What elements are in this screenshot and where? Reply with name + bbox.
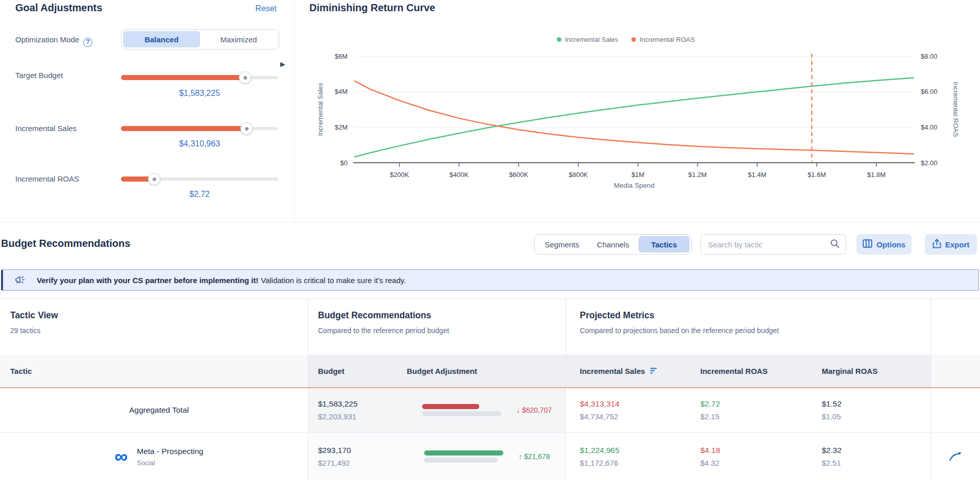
arrow-down-icon: ↓ (517, 406, 520, 414)
toggle-option-balanced[interactable]: Balanced (123, 31, 200, 47)
incremental-roas-slider[interactable] (121, 173, 278, 185)
table-group-header: Tactic View 29 tactics Budget Recommenda… (0, 299, 980, 355)
column-header-incremental-roas[interactable]: Incremental ROAS (692, 355, 812, 387)
target-budget-value: $1,583,225 (121, 89, 278, 98)
sort-descending-icon[interactable] (650, 367, 658, 374)
budget-recommendations-title: Budget Recommendations (1, 238, 130, 249)
incremental-sales-slider[interactable] (121, 123, 278, 134)
actions-cell (930, 433, 980, 480)
page: Goal Adjustments Reset Optimization Mode… (0, 0, 980, 480)
megaphone-icon (14, 275, 26, 285)
svg-text:Media Spend: Media Spend (614, 182, 655, 189)
reset-link[interactable]: Reset (255, 4, 277, 13)
svg-text:$4.00: $4.00 (921, 123, 938, 131)
actions-cell (930, 388, 980, 432)
goal-adjustments-title: Goal Adjustments (15, 2, 102, 14)
tactic-name: Aggregated Total (129, 406, 189, 415)
svg-text:$4M: $4M (335, 88, 348, 95)
tactic-channel: Social (137, 459, 203, 467)
tactic-cell: Aggregated Total (0, 388, 308, 432)
slider-fill (121, 126, 247, 131)
tab-tactics[interactable]: Tactics (639, 236, 690, 252)
recommended-budget-bar (424, 450, 503, 456)
svg-text:$2M: $2M (335, 123, 348, 131)
tactic-name: Meta - Prospecting (137, 447, 203, 456)
adjustment-value: ↑ $21,678 (519, 452, 550, 461)
help-icon[interactable]: ? (83, 38, 92, 47)
column-header-actions (930, 355, 980, 387)
recommendations-table: Tactic View 29 tactics Budget Recommenda… (0, 298, 980, 480)
validation-banner: Verify your plan with your CS partner be… (1, 269, 979, 291)
arrow-up-icon: ↑ (519, 452, 522, 461)
goal-adjustments-panel: Goal Adjustments Reset Optimization Mode… (0, 0, 295, 222)
budget-adjustment-cell: ↑ $21,678 (398, 433, 566, 480)
tactic-cell: ∞ Meta - Prospecting Social (0, 433, 308, 480)
column-header-budget-adjustment[interactable]: Budget Adjustment (398, 355, 566, 387)
incremental-roas-cell: $2.72 $2.15 (692, 388, 812, 432)
column-header-incremental-sales[interactable]: Incremental Sales (566, 355, 692, 387)
top-section: Goal Adjustments Reset Optimization Mode… (0, 0, 980, 222)
svg-text:$1.8M: $1.8M (867, 171, 886, 179)
svg-text:$1.4M: $1.4M (748, 171, 766, 179)
reference-budget-bar (424, 458, 498, 463)
export-icon (933, 239, 941, 250)
view-curve-icon[interactable] (948, 450, 963, 463)
budget-adjustment-cell: ↓ $620,707 (398, 388, 566, 432)
group-budget-recommendations: Budget Recommendations Compared to the r… (308, 299, 566, 355)
svg-text:$2.00: $2.00 (921, 159, 938, 167)
budget-cell: $293,170 $271,492 (308, 433, 398, 480)
svg-text:$200K: $200K (390, 171, 409, 179)
slider-fill (121, 75, 245, 80)
column-header-tactic[interactable]: Tactic (0, 355, 308, 387)
incremental-sales-cell: $1,224,965 $1,172,676 (566, 433, 692, 480)
columns-icon (863, 239, 872, 249)
target-budget-label: Target Budget (15, 70, 63, 81)
group-projected-metrics: Projected Metrics Compared to projection… (566, 299, 930, 355)
group-tactic-view: Tactic View 29 tactics (0, 299, 308, 355)
incremental-roas-label: Incremental ROAS (15, 173, 79, 185)
incremental-sales-cell: $4,313,314 $4,734,752 (566, 388, 692, 432)
svg-text:$6M: $6M (335, 53, 348, 60)
target-budget-slider[interactable] (121, 72, 278, 83)
marginal-roas-cell: $2.32 $2.51 (812, 433, 930, 480)
reference-budget-bar (422, 411, 501, 416)
diminishing-return-curve-chart: $200K$400K$600K$800K$1M$1.2M$1.4M$1.6M$1… (295, 0, 980, 204)
svg-text:$8.00: $8.00 (921, 53, 938, 60)
table-row-aggregated-total[interactable]: Aggregated Total $1,583,225 $2,203,931 ↓… (0, 387, 980, 432)
slider-handle[interactable] (148, 173, 160, 185)
incremental-sales-label: Incremental Sales (15, 123, 77, 134)
tab-channels[interactable]: Channels (587, 236, 639, 252)
incremental-roas-cell: $4.18 $4.32 (692, 433, 812, 480)
banner-text: Verify your plan with your CS partner be… (37, 276, 406, 285)
optimization-mode-label: Optimization Mode? (15, 34, 92, 47)
svg-text:$6.00: $6.00 (921, 88, 938, 95)
svg-text:$800K: $800K (569, 171, 588, 179)
collapse-panel-icon[interactable]: ▶ (280, 60, 285, 68)
search-box (700, 234, 846, 255)
search-icon[interactable] (830, 239, 840, 250)
adjustment-value: ↓ $620,707 (517, 406, 552, 414)
incremental-sales-value: $4,310,963 (121, 139, 278, 148)
table-row-meta-prospecting[interactable]: ∞ Meta - Prospecting Social $293,170 $27… (0, 432, 980, 480)
meta-logo-icon: ∞ (115, 449, 128, 464)
options-button[interactable]: Options (856, 234, 912, 255)
view-toggle: Segments Channels Tactics (534, 234, 692, 255)
budget-comparison-bars (424, 450, 503, 463)
budget-comparison-bars (422, 404, 501, 416)
search-input[interactable] (701, 240, 830, 249)
svg-text:Incremental ROAS: Incremental ROAS (952, 82, 960, 137)
column-header-marginal-roas[interactable]: Marginal ROAS (812, 355, 930, 387)
column-header-budget[interactable]: Budget (308, 355, 398, 387)
recommended-budget-bar (422, 404, 479, 409)
toggle-option-maximized[interactable]: Maximized (200, 31, 277, 47)
optimization-mode-toggle: Balanced Maximized (121, 29, 279, 49)
diminishing-return-chart-panel: Diminishing Return Curve Incremental Sal… (295, 0, 980, 222)
svg-text:Incremental Sales: Incremental Sales (316, 83, 324, 136)
tab-segments[interactable]: Segments (536, 236, 587, 252)
export-button[interactable]: Export (925, 234, 977, 255)
slider-handle[interactable] (239, 71, 251, 84)
table-column-header: Tactic Budget Budget Adjustment Incremen… (0, 355, 980, 387)
group-actions-spacer (930, 299, 980, 355)
svg-text:$1.6M: $1.6M (807, 171, 826, 179)
slider-handle[interactable] (240, 122, 253, 135)
